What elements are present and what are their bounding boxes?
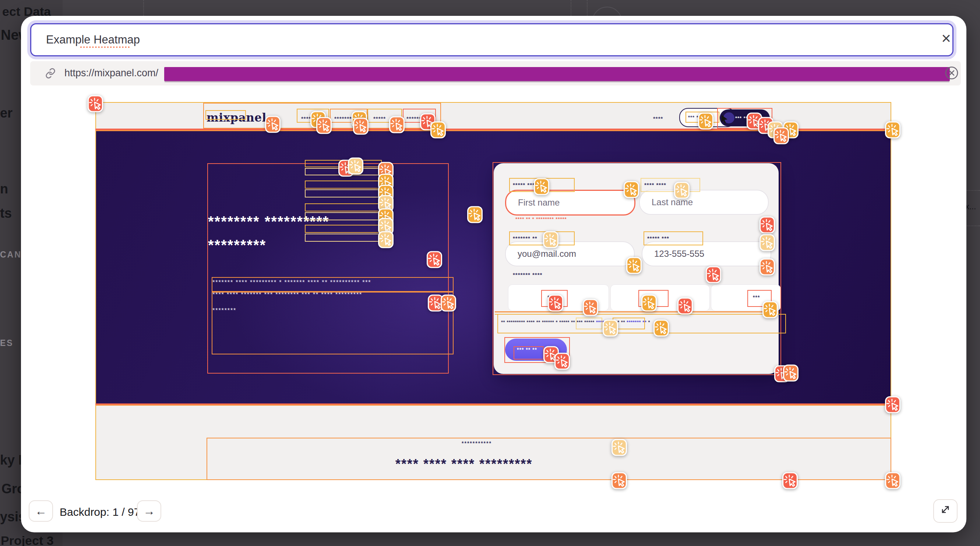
email-field: you@mail.com [505,241,635,267]
preview-signin-label: *** **** *** [688,115,714,120]
bg-sidebar-fragment: ES [0,338,14,348]
consent-link-2: ******* ** [627,319,646,325]
bg-divider [967,225,980,226]
preview-nav-item-1: ********* [334,115,363,121]
select-2-value: ***** [644,294,655,300]
preview-navbar: mixpanel **** *** **** *** *** ******* *… [95,102,891,129]
email-placeholder: you@mail.com [518,249,576,259]
form-error-text: **** ** * ******** ***** [515,216,567,222]
select-field-1 [508,284,609,311]
first-name-placeholder: First name [518,198,560,208]
last-name-label: **** **** [644,182,667,188]
preview-submit-label: *** ** ** [517,347,537,353]
close-icon[interactable]: × [937,29,955,47]
mixpanel-logo: mixpanel [207,111,267,124]
bg-divider [967,190,980,191]
expand-icon [940,504,951,515]
url-bar[interactable]: https://mixpanel.com/ [30,61,961,85]
preview-nav-text: **** [653,115,663,121]
hero-heading-line1: ******** ********** [208,213,329,230]
phone-placeholder: 123-555-555 [654,249,704,259]
spellcheck-underline [80,46,130,48]
select-1-value: *** [547,294,554,300]
heatmap-backdrop-preview[interactable]: mixpanel **** *** **** *** *** ******* *… [95,102,891,480]
preview-nav-item-3: ******** [406,115,427,121]
preview-nav-item-2: ***** [373,115,386,121]
consent-pre: ** ********* **** ** ****** * ***** ** *… [501,319,596,325]
preview-cta-label: *** ******* * [735,115,763,121]
bg-right-fragment: x... [965,202,976,211]
chevron-down-icon [358,115,364,120]
phone-field: 123-555-555 [642,241,771,267]
email-label: ******* ** [513,235,538,241]
backdrop-pager-label: Backdrop: 1 / 97 [60,506,140,518]
heatmap-editor-modal: × https://mixpanel.com/ mixpanel **** **… [21,16,966,532]
clear-url-icon[interactable] [942,64,960,82]
consent-post: * [646,319,650,325]
select-field-2 [610,284,710,311]
last-name-field: Last name [639,190,769,215]
bg-sidebar-fragment: Project 3 [1,533,54,546]
footer-heading: **** **** **** ********* [395,457,532,472]
preview-submit-button: *** ** ** [505,338,567,361]
form-section-label: ******* **** [513,271,542,278]
consent-mid: ** * ** [610,319,627,325]
select-field-3 [711,284,781,311]
first-name-label: ***** *** [513,182,535,188]
hero-heading-line2: ********* [208,237,266,254]
bg-divider [587,0,587,16]
footer-small-text: *********** [461,440,492,446]
hero-paragraph-line2: **** **** ******* *** ******** *** ** **… [212,291,362,299]
screen: { "backdrop": { "top_left_fragment": "ec… [0,0,980,546]
bg-sidebar-fragment: er [0,105,13,121]
bg-divider [143,0,144,16]
last-name-placeholder: Last name [652,197,693,208]
expand-button[interactable] [933,499,958,523]
select-3-value: *** [753,294,760,300]
consent-text: ** ********* **** ** ****** * ***** ** *… [501,319,650,325]
prev-backdrop-button[interactable]: ← [29,500,53,522]
url-redacted-highlight [164,67,950,81]
first-name-field: First name [505,190,635,216]
hero-paragraph-line3: ******** [212,307,236,314]
bg-sidebar-fragment: ts [0,206,12,221]
preview-nav-item-0: ****** [301,115,316,121]
link-icon [45,68,56,79]
consent-link-1: ******* [596,319,610,325]
heatmap-title-input[interactable] [30,23,953,56]
hero-paragraph-line1: ******* **** ********* * ******* **** **… [212,279,371,286]
visitor-cursor-icon [720,114,729,124]
phone-label: ***** *** [647,235,669,241]
bg-divider [571,0,571,16]
bg-sidebar-fragment: n [0,181,8,197]
url-text: https://mixpanel.com/ [64,67,158,79]
next-backdrop-button[interactable]: → [137,500,161,522]
